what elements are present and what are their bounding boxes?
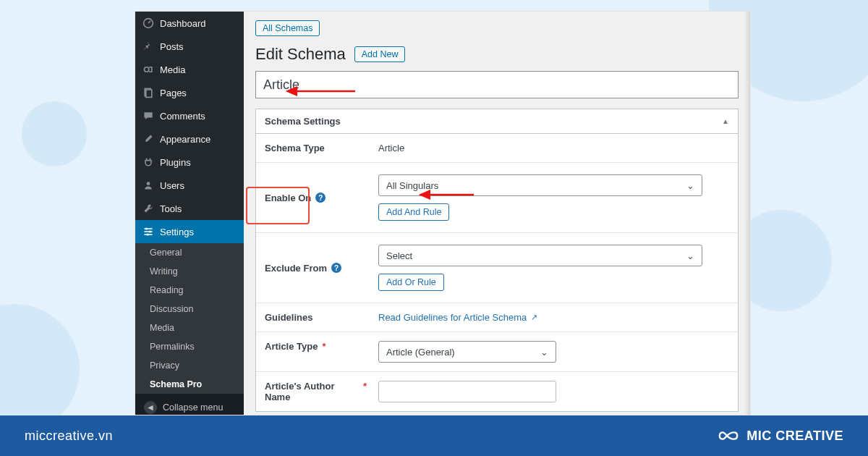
sidebar-sub-permalinks[interactable]: Permalinks — [135, 337, 244, 356]
svg-point-5 — [145, 227, 148, 229]
exclude-from-select[interactable]: Select ⌄ — [378, 245, 702, 266]
chevron-down-icon: ⌄ — [686, 180, 694, 191]
schema-settings-panel: Schema Settings ▲ Schema Type Article En… — [255, 109, 739, 412]
schema-title-input[interactable] — [255, 71, 739, 98]
bg-blob — [0, 304, 80, 434]
footer-site-url: miccreative.vn — [25, 428, 113, 444]
sidebar-item-users[interactable]: Users — [135, 174, 244, 197]
sidebar-sub-reading[interactable]: Reading — [135, 281, 244, 300]
sidebar-item-pages[interactable]: Pages — [135, 81, 244, 104]
footer-brand-text: MIC CREATIVE — [746, 428, 843, 444]
sidebar-sub-privacy[interactable]: Privacy — [135, 356, 244, 375]
sidebar-item-label: Settings — [160, 227, 194, 237]
exclude-from-selected: Select — [386, 250, 412, 261]
brush-icon — [142, 133, 154, 145]
article-type-select[interactable]: Article (General) ⌄ — [378, 341, 556, 363]
wrench-icon — [142, 203, 154, 214]
plug-icon — [142, 156, 154, 168]
row-enable-on: Enable On ? All Singulars ⌄ Add And Rule — [256, 163, 738, 233]
user-icon — [142, 180, 154, 191]
svg-point-6 — [149, 230, 151, 232]
enable-on-label: Enable On — [265, 193, 311, 203]
comment-icon — [142, 110, 154, 122]
sidebar-item-posts[interactable]: Posts — [135, 35, 244, 58]
wp-admin-sidebar: Dashboard Posts Media Pages Comments App… — [135, 12, 244, 415]
sidebar-sub-schema-pro[interactable]: Schema Pro — [135, 375, 244, 394]
sliders-icon — [142, 226, 154, 237]
schema-type-value: Article — [378, 143, 404, 153]
chevron-down-icon: ⌄ — [686, 250, 694, 261]
enable-on-select[interactable]: All Singulars ⌄ — [378, 174, 702, 196]
infinity-logo-icon — [718, 425, 739, 447]
bg-blob — [22, 101, 87, 166]
sidebar-item-dashboard[interactable]: Dashboard — [135, 12, 244, 35]
sidebar-item-label: Plugins — [160, 157, 191, 168]
required-asterisk: * — [363, 381, 367, 392]
main-content: All Schemas Edit Schema Add New Schema S… — [244, 12, 750, 415]
guidelines-label: Guidelines — [265, 312, 312, 323]
triangle-up-icon: ▲ — [722, 117, 729, 125]
row-article-type: Article Type * Article (General) ⌄ — [256, 332, 738, 372]
footer-brand: MIC CREATIVE — [718, 425, 843, 447]
article-type-selected: Article (General) — [386, 347, 455, 358]
article-type-label: Article Type — [265, 341, 318, 352]
chevron-down-icon: ⌄ — [540, 347, 548, 358]
sidebar-item-appearance[interactable]: Appearance — [135, 127, 244, 151]
pin-icon — [142, 41, 154, 52]
add-and-rule-button[interactable]: Add And Rule — [378, 203, 449, 221]
sidebar-item-label: Dashboard — [160, 18, 206, 29]
sidebar-item-plugins[interactable]: Plugins — [135, 151, 244, 174]
guidelines-link[interactable]: Read Guidelines for Article Schema ↗ — [378, 312, 537, 323]
sidebar-item-label: Posts — [160, 41, 184, 52]
app-window: Dashboard Posts Media Pages Comments App… — [135, 11, 751, 415]
collapse-label: Collapse menu — [163, 402, 223, 413]
sidebar-item-tools[interactable]: Tools — [135, 197, 244, 220]
row-author-name: Article's Author Name * — [256, 372, 738, 411]
sidebar-item-label: Comments — [160, 111, 205, 122]
svg-point-4 — [147, 182, 150, 185]
row-schema-type: Schema Type Article — [256, 134, 738, 163]
sidebar-sub-media[interactable]: Media — [135, 318, 244, 337]
svg-point-7 — [147, 233, 149, 235]
sidebar-item-label: Appearance — [160, 134, 210, 145]
chevron-left-icon: ◄ — [144, 401, 157, 414]
all-schemas-button[interactable]: All Schemas — [255, 20, 320, 36]
schema-type-label: Schema Type — [265, 143, 325, 153]
required-asterisk: * — [322, 341, 326, 352]
author-name-label: Article's Author Name — [265, 381, 359, 402]
help-icon[interactable]: ? — [331, 263, 341, 273]
sidebar-item-label: Pages — [160, 88, 187, 98]
sidebar-sub-discussion[interactable]: Discussion — [135, 300, 244, 318]
brand-footer: miccreative.vn MIC CREATIVE — [0, 415, 868, 456]
panel-heading[interactable]: Schema Settings ▲ — [256, 109, 738, 134]
add-new-button[interactable]: Add New — [354, 46, 406, 62]
page-title: Edit Schema — [255, 45, 346, 64]
external-link-icon: ↗ — [531, 313, 537, 322]
sidebar-item-settings[interactable]: Settings — [135, 220, 244, 243]
row-exclude-from: Exclude From ? Select ⌄ Add Or Rule — [256, 233, 738, 303]
sidebar-item-media[interactable]: Media — [135, 58, 244, 81]
dashboard-icon — [142, 17, 154, 29]
row-guidelines: Guidelines Read Guidelines for Article S… — [256, 303, 738, 332]
sidebar-sub-writing[interactable]: Writing — [135, 262, 244, 281]
sidebar-item-comments[interactable]: Comments — [135, 104, 244, 127]
author-name-select[interactable] — [378, 381, 556, 402]
guidelines-link-text: Read Guidelines for Article Schema — [378, 312, 527, 323]
add-or-rule-button[interactable]: Add Or Rule — [378, 274, 444, 291]
svg-rect-3 — [146, 90, 152, 97]
help-icon[interactable]: ? — [315, 193, 326, 203]
collapse-menu-button[interactable]: ◄ Collapse menu — [135, 394, 244, 415]
pages-icon — [142, 87, 154, 98]
sidebar-item-label: Users — [160, 180, 184, 191]
exclude-from-label: Exclude From — [265, 263, 327, 274]
enable-on-selected: All Singulars — [386, 180, 438, 191]
panel-heading-label: Schema Settings — [265, 116, 341, 127]
sidebar-item-label: Tools — [160, 203, 182, 214]
media-icon — [142, 64, 154, 75]
sidebar-sub-general[interactable]: General — [135, 243, 244, 262]
svg-point-1 — [144, 67, 148, 72]
sidebar-item-label: Media — [160, 64, 185, 75]
